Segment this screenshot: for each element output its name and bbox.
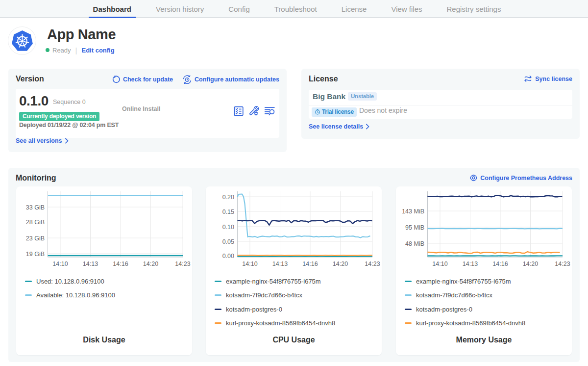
svg-text:14:10: 14:10 xyxy=(242,261,257,267)
svg-text:33 GiB: 33 GiB xyxy=(26,204,45,211)
svg-text:14:20: 14:20 xyxy=(143,261,158,267)
svg-text:48 MiB: 48 MiB xyxy=(405,240,424,247)
svg-text:14:13: 14:13 xyxy=(463,261,478,267)
svg-text:19 GiB: 19 GiB xyxy=(26,251,45,258)
svg-text:14:16: 14:16 xyxy=(302,261,318,267)
svg-text:28 GiB: 28 GiB xyxy=(26,219,45,226)
svg-text:14:23: 14:23 xyxy=(365,261,380,267)
svg-text:14:10: 14:10 xyxy=(52,261,68,267)
svg-text:14:20: 14:20 xyxy=(523,261,538,267)
svg-text:14:13: 14:13 xyxy=(83,261,98,267)
svg-text:0.00: 0.00 xyxy=(222,253,234,260)
svg-text:14:23: 14:23 xyxy=(175,261,190,267)
svg-text:14:16: 14:16 xyxy=(492,261,508,267)
svg-text:0.20: 0.20 xyxy=(222,194,234,201)
svg-text:23 GiB: 23 GiB xyxy=(26,235,45,242)
svg-text:0.10: 0.10 xyxy=(222,224,234,231)
svg-text:95 MiB: 95 MiB xyxy=(405,224,424,231)
svg-text:14:23: 14:23 xyxy=(555,261,570,267)
svg-text:14:13: 14:13 xyxy=(272,261,288,267)
svg-text:14:16: 14:16 xyxy=(113,261,128,267)
svg-text:143 MiB: 143 MiB xyxy=(402,208,424,215)
svg-text:0.05: 0.05 xyxy=(222,238,234,245)
svg-text:14:20: 14:20 xyxy=(333,261,348,267)
svg-text:0.15: 0.15 xyxy=(222,209,234,215)
svg-text:14:10: 14:10 xyxy=(432,261,447,267)
